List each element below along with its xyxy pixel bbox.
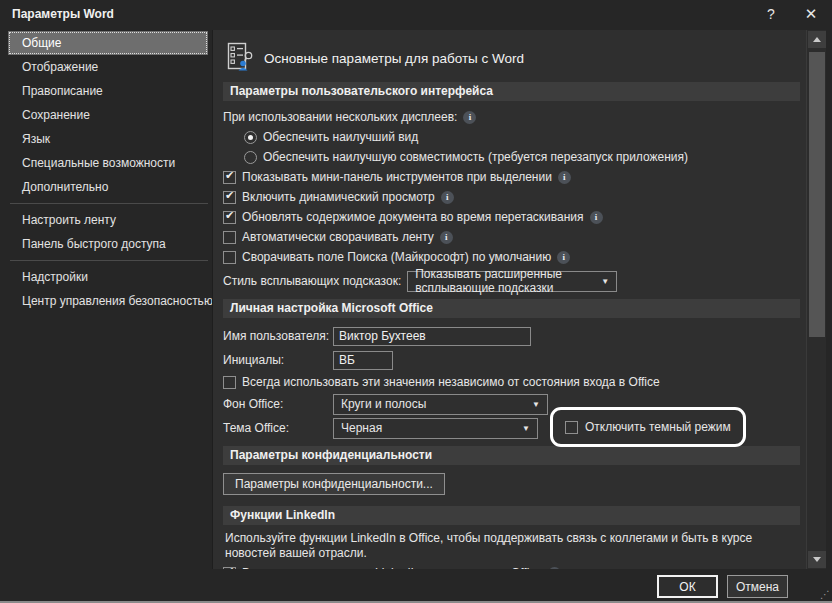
sidebar-separator (10, 203, 208, 204)
radio-best-appearance-label: Обеспечить наилучший вид (263, 130, 418, 144)
sidebar-item-addins[interactable]: Надстройки (8, 265, 208, 289)
disable-dark-mode-highlight: Отключить темный режим (550, 407, 746, 447)
update-drag-row[interactable]: Обновлять содержимое документа во время … (223, 207, 806, 227)
sidebar-item-language[interactable]: Язык (8, 127, 208, 151)
close-icon[interactable]: ✕ (798, 4, 824, 24)
page-header: Основные параметры для работы с Word (227, 40, 806, 76)
collapse-search-row[interactable]: Сворачивать поле Поиска (Майкрософт) по … (223, 247, 806, 267)
mini-toolbar-checkbox[interactable] (223, 171, 236, 184)
radio-compatibility-row[interactable]: Обеспечить наилучшую совместимость (треб… (244, 147, 806, 167)
office-theme-row: Тема Office: Черная ▼ Отключить темный р… (223, 416, 806, 440)
linkedin-label: Включить возможности LinkedIn в приложен… (242, 566, 542, 569)
screentip-row: Стиль всплывающих подсказок: Показывать … (223, 269, 806, 293)
chevron-down-icon: ▼ (522, 424, 530, 433)
dialog-title: Параметры Word (12, 7, 114, 21)
general-options-pane: Основные параметры для работы с Word Пар… (212, 30, 806, 569)
username-row: Имя пользователя: (223, 324, 806, 348)
always-use-checkbox[interactable] (223, 376, 236, 389)
collapse-ribbon-label: Автоматически сворачивать ленту (242, 230, 434, 244)
word-options-icon (227, 42, 254, 75)
office-theme-value: Черная (341, 421, 382, 435)
resize-grip-icon[interactable]: ⋰ (820, 590, 830, 600)
info-icon: i (590, 211, 603, 224)
sidebar: Общие Отображение Правописание Сохранени… (8, 31, 208, 313)
radio-compatibility-label: Обеспечить наилучшую совместимость (треб… (263, 150, 688, 164)
chevron-down-icon: ▼ (601, 277, 609, 286)
initials-label: Инициалы: (223, 353, 327, 367)
always-use-label: Всегда использовать эти значения независ… (242, 375, 660, 389)
sidebar-item-display[interactable]: Отображение (8, 55, 208, 79)
chevron-down-icon: ▼ (532, 400, 540, 409)
sidebar-item-customize-ribbon[interactable]: Настроить ленту (8, 208, 208, 232)
office-background-label: Фон Office: (223, 397, 327, 411)
linkedin-row[interactable]: Включить возможности LinkedIn в приложен… (223, 563, 806, 569)
page-title: Основные параметры для работы с Word (264, 51, 524, 66)
privacy-settings-button[interactable]: Параметры конфиденциальности... (223, 473, 445, 495)
sidebar-item-general[interactable]: Общие (8, 31, 208, 55)
radio-compatibility[interactable] (244, 151, 257, 164)
collapse-search-checkbox[interactable] (223, 251, 236, 264)
screentip-label: Стиль всплывающих подсказок: (223, 274, 401, 288)
section-linkedin: Функции LinkedIn (223, 506, 800, 525)
update-drag-checkbox[interactable] (223, 211, 236, 224)
office-theme-dropdown[interactable]: Черная ▼ (333, 418, 538, 439)
collapse-ribbon-row[interactable]: Автоматически сворачивать ленту i (223, 227, 806, 247)
always-use-row[interactable]: Всегда использовать эти значения независ… (223, 372, 806, 392)
help-icon[interactable]: ? (758, 4, 784, 24)
linkedin-checkbox[interactable] (223, 567, 236, 570)
username-label: Имя пользователя: (223, 329, 327, 343)
mini-toolbar-label: Показывать мини-панель инструментов при … (242, 170, 552, 184)
multi-display-row: При использовании нескольких дисплеев: i (223, 107, 806, 127)
sidebar-item-proofing[interactable]: Правописание (8, 79, 208, 103)
office-theme-label: Тема Office: (223, 421, 327, 435)
radio-best-appearance[interactable] (244, 131, 257, 144)
info-icon: i (557, 251, 570, 264)
live-preview-label: Включить динамический просмотр (242, 190, 435, 204)
live-preview-checkbox[interactable] (223, 191, 236, 204)
screentip-value: Показывать расширенные всплывающие подск… (415, 267, 593, 295)
sidebar-item-quick-access[interactable]: Панель быстрого доступа (8, 232, 208, 256)
triangle-up-icon (813, 37, 821, 42)
info-icon: i (548, 567, 561, 570)
scroll-down-button[interactable] (808, 551, 826, 568)
screentip-dropdown[interactable]: Показывать расширенные всплывающие подск… (407, 271, 617, 292)
mini-toolbar-row[interactable]: Показывать мини-панель инструментов при … (223, 167, 806, 187)
titlebar: Параметры Word ? ✕ (0, 0, 832, 28)
sidebar-separator (10, 260, 208, 261)
collapse-search-label: Сворачивать поле Поиска (Майкрософт) по … (242, 250, 551, 264)
username-input[interactable] (333, 327, 531, 346)
sidebar-item-save[interactable]: Сохранение (8, 103, 208, 127)
sidebar-item-accessibility[interactable]: Специальные возможности (8, 151, 208, 175)
office-background-value: Круги и полосы (341, 397, 426, 411)
update-drag-label: Обновлять содержимое документа во время … (242, 210, 584, 224)
scrollbar-thumb[interactable] (809, 52, 825, 337)
sidebar-item-trust-center[interactable]: Центр управления безопасностью (8, 289, 208, 313)
cancel-button[interactable]: Отмена (727, 575, 788, 598)
radio-best-appearance-row[interactable]: Обеспечить наилучший вид (244, 127, 806, 147)
initials-input[interactable] (333, 351, 393, 370)
info-icon: i (440, 231, 453, 244)
info-icon: i (463, 111, 476, 124)
live-preview-row[interactable]: Включить динамический просмотр i (223, 187, 806, 207)
info-icon: i (558, 171, 571, 184)
collapse-ribbon-checkbox[interactable] (223, 231, 236, 244)
office-background-dropdown[interactable]: Круги и полосы ▼ (333, 394, 548, 415)
disable-dark-mode-checkbox[interactable] (565, 421, 578, 434)
initials-row: Инициалы: (223, 348, 806, 372)
section-ui-options: Параметры пользовательского интерфейса (223, 82, 800, 101)
multi-display-label: При использовании нескольких дисплеев: (223, 110, 457, 124)
ok-button[interactable]: ОК (657, 575, 718, 598)
word-options-dialog: Параметры Word ? ✕ Общие Отображение Пра… (0, 0, 832, 603)
vertical-scrollbar[interactable] (806, 30, 826, 569)
linkedin-description: Используйте функции LinkedIn в Office, ч… (225, 531, 787, 561)
scroll-up-button[interactable] (808, 31, 826, 48)
info-icon: i (441, 191, 454, 204)
sidebar-item-advanced[interactable]: Дополнительно (8, 175, 208, 199)
section-personalize: Личная настройка Microsoft Office (223, 299, 800, 318)
triangle-down-icon (813, 557, 821, 562)
section-privacy: Параметры конфиденциальности (223, 446, 800, 465)
disable-dark-mode-label: Отключить темный режим (585, 420, 731, 434)
